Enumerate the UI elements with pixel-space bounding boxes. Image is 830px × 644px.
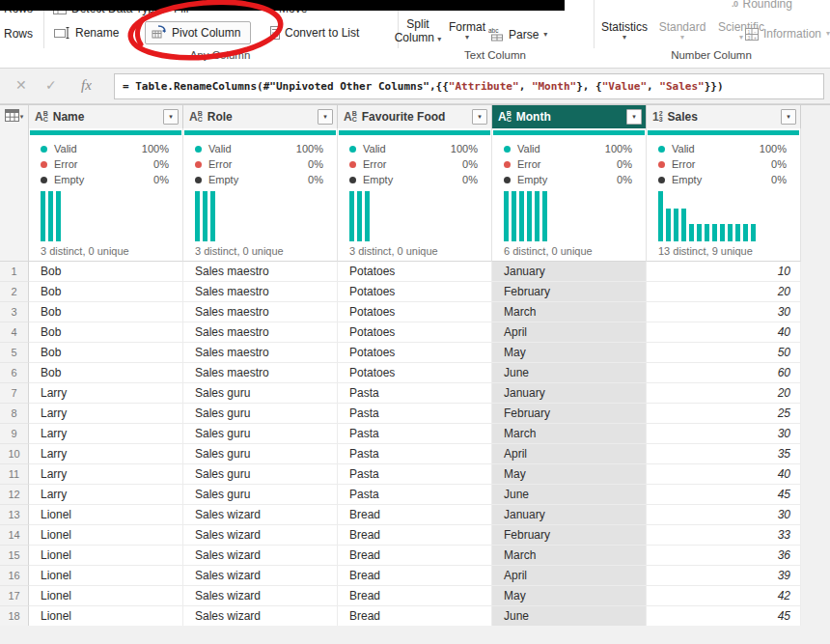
cell-favourite-food[interactable]: Bread [338,546,492,566]
column-header-name[interactable]: ABCName▾ [29,105,183,128]
cell-favourite-food[interactable]: Bread [338,505,492,525]
cell-month[interactable]: April [492,566,647,586]
cell-favourite-food[interactable]: Potatoes [338,282,492,302]
row-number[interactable]: 9 [0,424,29,444]
cell-name[interactable]: Larry [29,444,183,464]
cell-sales[interactable]: 30 [647,505,801,525]
split-column-button[interactable]: Split Column ▾ [393,12,443,50]
column-header-sales[interactable]: 123Sales▾ [647,105,801,128]
cell-sales[interactable]: 40 [647,322,801,343]
cell-role[interactable]: Sales maestro [183,262,338,282]
cell-role[interactable]: Sales guru [183,464,338,485]
cell-month[interactable]: May [492,586,647,606]
cell-favourite-food[interactable]: Pasta [338,464,492,485]
cell-month[interactable]: June [492,485,647,505]
cell-role[interactable]: Sales guru [183,444,338,464]
statistics-button[interactable]: Statistics ▾ [597,12,651,50]
cell-month[interactable]: January [492,505,647,525]
cell-favourite-food[interactable]: Bread [338,566,492,586]
cell-name[interactable]: Bob [29,343,183,363]
cell-name[interactable]: Bob [29,302,183,322]
formula-input[interactable]: = Table.RenameColumns(#"Unpivoted Other … [114,73,824,99]
cell-month[interactable]: January [492,262,647,282]
cell-role[interactable]: Sales wizard [183,566,338,586]
cell-sales[interactable]: 33 [647,525,801,546]
cell-sales[interactable]: 30 [647,424,801,444]
cell-favourite-food[interactable]: Pasta [338,404,492,424]
cell-sales[interactable]: 42 [647,586,801,606]
cell-role[interactable]: Sales maestro [183,282,338,302]
cell-sales[interactable]: 30 [647,302,801,322]
cell-sales[interactable]: 60 [647,363,801,383]
column-header-role[interactable]: ABCRole▾ [183,105,338,128]
cell-sales[interactable]: 20 [647,383,801,404]
cell-sales[interactable]: 39 [647,566,801,586]
cell-sales[interactable]: 36 [647,546,801,566]
cell-month[interactable]: March [492,302,647,322]
cell-name[interactable]: Larry [29,383,183,404]
cell-name[interactable]: Lionel [29,586,183,606]
fx-icon[interactable]: fx [81,77,92,94]
cell-name[interactable]: Bob [29,262,183,282]
row-number[interactable]: 10 [0,444,29,464]
cell-favourite-food[interactable]: Potatoes [338,302,492,322]
cell-name[interactable]: Lionel [29,505,183,525]
cell-month[interactable]: April [492,322,647,343]
row-number[interactable]: 1 [0,262,29,282]
cell-role[interactable]: Sales maestro [183,363,338,383]
cell-sales[interactable]: 50 [647,343,801,363]
cell-role[interactable]: Sales wizard [183,525,338,546]
cell-month[interactable]: May [492,464,647,485]
cell-favourite-food[interactable]: Bread [338,586,492,606]
cell-favourite-food[interactable]: Potatoes [338,262,492,282]
cell-name[interactable]: Lionel [29,525,183,546]
cell-sales[interactable]: 45 [647,606,801,627]
cell-name[interactable]: Lionel [29,606,183,627]
cell-month[interactable]: May [492,343,647,363]
filter-dropdown-icon[interactable]: ▾ [781,109,796,125]
cell-month[interactable]: February [492,525,647,546]
cell-month[interactable]: January [492,383,647,404]
cell-favourite-food[interactable]: Potatoes [338,343,492,363]
cell-name[interactable]: Bob [29,363,183,383]
cell-name[interactable]: Lionel [29,566,183,586]
rows-button[interactable]: Rows [4,27,33,41]
row-number[interactable]: 13 [0,505,29,525]
row-number[interactable]: 12 [0,485,29,505]
row-number[interactable]: 11 [0,464,29,485]
filter-dropdown-icon[interactable]: ▾ [163,109,179,125]
cell-role[interactable]: Sales maestro [183,302,338,322]
cell-name[interactable]: Bob [29,322,183,343]
format-button[interactable]: Format ▾ [444,12,490,50]
column-header-month[interactable]: ABCMonth▾ [492,105,647,128]
cell-month[interactable]: February [492,282,647,302]
cell-role[interactable]: Sales maestro [183,322,338,343]
cell-month[interactable]: February [492,404,647,424]
cell-favourite-food[interactable]: Pasta [338,444,492,464]
cell-favourite-food[interactable]: Pasta [338,485,492,505]
cell-favourite-food[interactable]: Bread [338,606,492,627]
cell-sales[interactable]: 25 [647,404,801,424]
cell-role[interactable]: Sales wizard [183,606,338,627]
cell-role[interactable]: Sales wizard [183,586,338,606]
row-number[interactable]: 8 [0,404,29,424]
cell-sales[interactable]: 45 [647,485,801,505]
cell-favourite-food[interactable]: Potatoes [338,322,492,343]
cell-name[interactable]: Lionel [29,546,183,566]
row-number[interactable]: 7 [0,383,29,404]
parse-button[interactable]: abc Parse ▾ [488,27,547,42]
cell-sales[interactable]: 35 [647,444,801,464]
cell-role[interactable]: Sales guru [183,424,338,444]
row-number[interactable]: 2 [0,282,29,302]
cell-favourite-food[interactable]: Pasta [338,383,492,404]
cell-favourite-food[interactable]: Bread [338,525,492,546]
row-number[interactable]: 5 [0,343,29,363]
cancel-formula-icon[interactable]: ✕ [15,77,27,93]
convert-to-list-button[interactable]: Convert to List [270,26,359,40]
cell-month[interactable]: March [492,424,647,444]
cell-favourite-food[interactable]: Pasta [338,424,492,444]
cell-sales[interactable]: 40 [647,464,801,485]
table-menu-button[interactable]: ▾ [0,105,29,128]
row-number[interactable]: 14 [0,525,29,546]
cell-month[interactable]: April [492,444,647,464]
